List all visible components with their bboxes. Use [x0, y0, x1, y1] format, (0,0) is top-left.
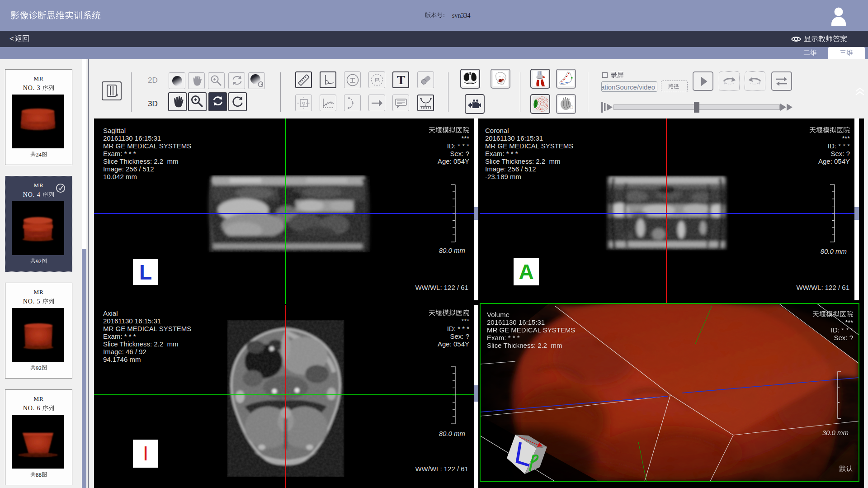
svg-text:T: T: [396, 73, 405, 87]
svg-text:D: D: [570, 105, 573, 110]
